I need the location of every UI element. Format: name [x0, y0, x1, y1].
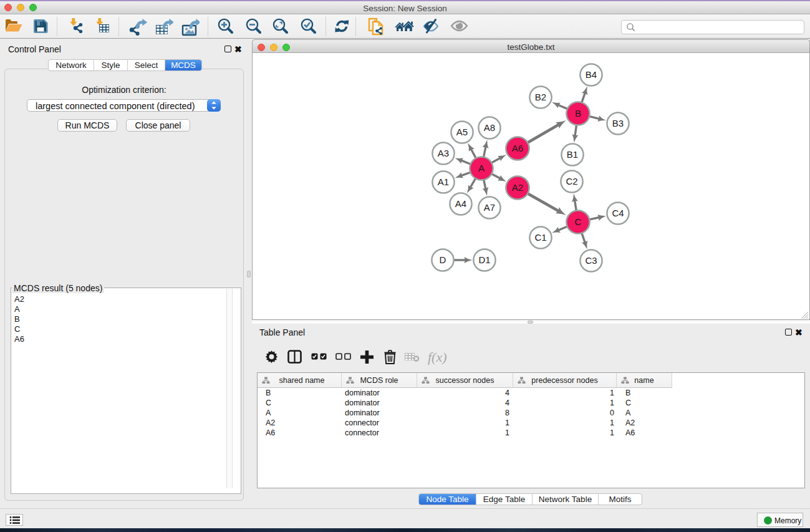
svg-text:C4: C4	[612, 208, 624, 218]
svg-text:A2: A2	[512, 182, 523, 193]
svg-text:D: D	[440, 254, 446, 265]
svg-text:A7: A7	[484, 202, 495, 213]
svg-text:B2: B2	[535, 92, 546, 102]
svg-text:B3: B3	[612, 118, 624, 128]
svg-text:B1: B1	[567, 149, 578, 160]
svg-text:B4: B4	[586, 69, 597, 80]
svg-text:C2: C2	[566, 176, 577, 186]
svg-text:A: A	[478, 163, 485, 173]
svg-text:A6: A6	[512, 143, 523, 153]
svg-text:C1: C1	[534, 232, 546, 243]
svg-text:D1: D1	[478, 254, 490, 265]
svg-text:A4: A4	[455, 198, 466, 209]
svg-text:C: C	[575, 216, 582, 227]
svg-text:A5: A5	[456, 127, 468, 137]
svg-text:B: B	[575, 108, 581, 118]
svg-text:A1: A1	[438, 177, 449, 187]
svg-text:C3: C3	[585, 255, 597, 266]
svg-text:A8: A8	[484, 122, 495, 133]
svg-text:A3: A3	[438, 148, 449, 158]
